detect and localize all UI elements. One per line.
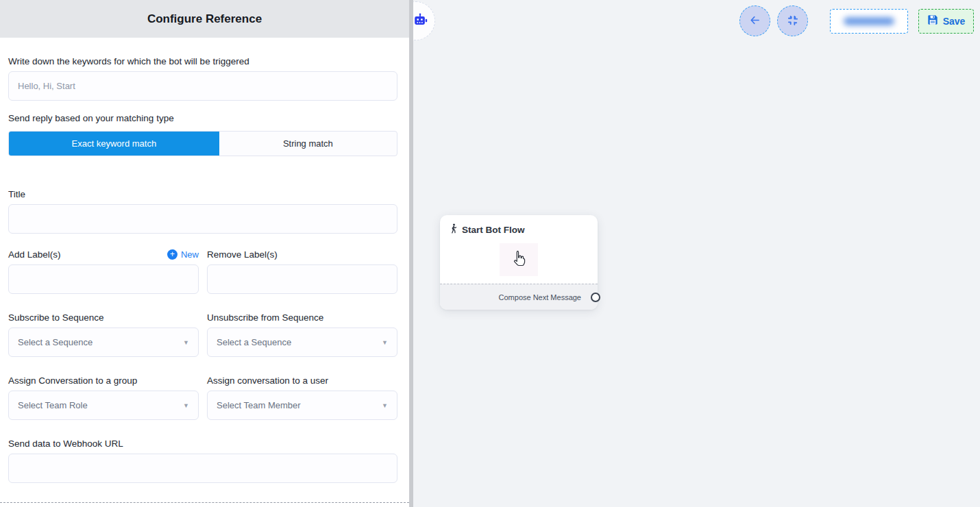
assign-group-value: Select Team Role — [18, 400, 88, 410]
keywords-label: Write down the keywords for which the bo… — [8, 56, 397, 66]
chevron-down-icon: ▼ — [183, 402, 189, 409]
add-labels-label: Add Label(s) — [8, 249, 61, 260]
save-button[interactable]: Save — [918, 9, 974, 34]
remove-labels-label: Remove Label(s) — [207, 249, 278, 260]
configure-reference-panel: Configure Reference Write down the keywo… — [0, 0, 409, 507]
chevron-down-icon: ▼ — [183, 339, 189, 346]
connection-handle[interactable] — [591, 293, 600, 302]
tab-exact-keyword-match[interactable]: Exact keyword match — [9, 132, 219, 156]
chevron-down-icon: ▼ — [382, 339, 388, 346]
canvas-toolbar: Save — [733, 5, 974, 36]
back-button[interactable] — [739, 5, 770, 36]
unsubscribe-sequence-select[interactable]: Select a Sequence ▼ — [207, 327, 397, 357]
hand-pointer-icon — [500, 243, 538, 276]
page-title: Configure Reference — [147, 12, 262, 26]
matching-type-label: Send reply based on your matching type — [8, 113, 397, 123]
new-label-text: New — [181, 249, 199, 260]
webhook-url-label: Send data to Webhook URL — [8, 438, 397, 449]
add-labels-input[interactable] — [8, 264, 199, 294]
fit-view-button[interactable] — [777, 5, 808, 36]
keywords-input[interactable] — [8, 71, 397, 101]
assign-user-select[interactable]: Select Team Member ▼ — [207, 391, 397, 420]
subscribe-sequence-label: Subscribe to Sequence — [8, 312, 199, 323]
title-label: Title — [8, 189, 397, 199]
node-header: Start Bot Flow — [440, 215, 598, 235]
plus-icon: + — [167, 249, 177, 260]
remove-labels-input[interactable] — [207, 264, 397, 294]
node-body — [440, 235, 598, 284]
save-button-label: Save — [943, 16, 966, 27]
chevron-down-icon: ▼ — [382, 402, 388, 409]
assign-user-label: Assign conversation to a user — [207, 375, 397, 386]
subscribe-sequence-select[interactable]: Select a Sequence ▼ — [8, 327, 199, 357]
new-label-button[interactable]: + New — [167, 249, 199, 260]
subscribe-sequence-value: Select a Sequence — [18, 337, 93, 347]
unsubscribe-sequence-value: Select a Sequence — [217, 337, 291, 347]
title-input[interactable] — [8, 204, 397, 234]
unsubscribe-sequence-label: Unsubscribe from Sequence — [207, 312, 397, 323]
arrow-left-icon — [748, 14, 761, 29]
panel-bottom-divider — [0, 502, 409, 503]
compose-next-message-label: Compose Next Message — [499, 293, 581, 301]
webhook-url-input[interactable] — [8, 454, 397, 483]
assign-group-label: Assign Conversation to a group — [8, 375, 199, 386]
tab-string-match[interactable]: String match — [219, 132, 397, 156]
panel-header: Configure Reference — [0, 0, 409, 38]
floppy-save-icon — [927, 14, 938, 27]
assign-user-value: Select Team Member — [217, 400, 301, 410]
node-title: Start Bot Flow — [462, 225, 525, 235]
redacted-button[interactable] — [830, 9, 908, 34]
compress-icon — [787, 15, 798, 27]
panel-scrollbar[interactable] — [409, 0, 413, 507]
node-footer: Compose Next Message — [440, 284, 598, 310]
assign-group-select[interactable]: Select Team Role ▼ — [8, 391, 199, 420]
start-bot-flow-node[interactable]: Start Bot Flow Compose Next Message — [440, 215, 598, 310]
blurred-label — [844, 17, 894, 25]
matching-type-tabs: Exact keyword match String match — [8, 131, 397, 156]
